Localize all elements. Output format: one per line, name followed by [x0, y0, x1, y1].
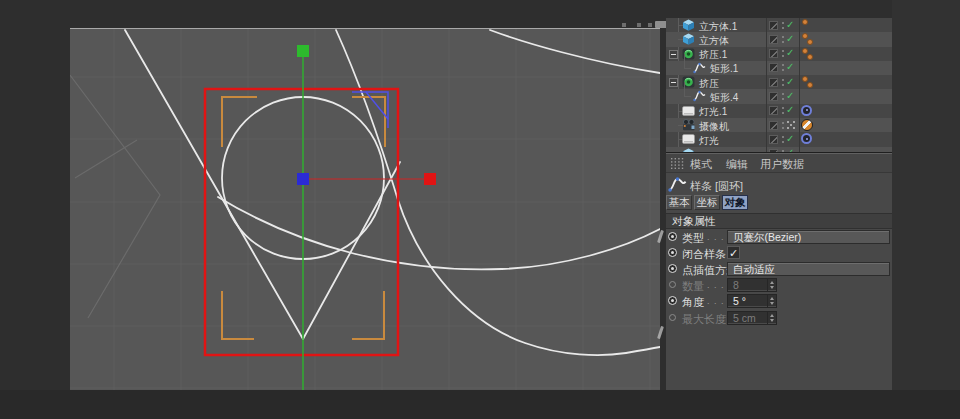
visibility-dot-gray[interactable] — [782, 107, 784, 109]
render-visibility-dot[interactable] — [807, 82, 813, 88]
center-handle[interactable] — [297, 173, 309, 185]
tab-坐标[interactable]: 坐标 — [694, 195, 720, 210]
visibility-dot-gray[interactable] — [782, 22, 784, 24]
visibility-dot-gray[interactable] — [782, 36, 784, 38]
object-row-灯光.1[interactable]: 灯光.1✓ — [666, 104, 892, 118]
light-target-icon[interactable] — [801, 105, 812, 116]
viewport-option-icon[interactable] — [622, 23, 626, 27]
3d-viewport[interactable] — [70, 29, 660, 390]
layer-color-box[interactable] — [769, 63, 778, 72]
enable-check[interactable]: ✓ — [786, 47, 798, 58]
visibility-dot-gray[interactable] — [782, 69, 784, 71]
property-label: 最大长度 — [682, 312, 726, 327]
enable-check[interactable]: ✓ — [786, 76, 798, 87]
visibility-dot-gray[interactable] — [782, 84, 784, 86]
visibility-dot-gray[interactable] — [782, 93, 784, 95]
checkbox-闭合样条[interactable]: ✓ — [727, 246, 740, 259]
light-icon — [682, 105, 695, 117]
editor-visibility-dot[interactable] — [802, 33, 808, 39]
editor-visibility-dot[interactable] — [802, 48, 808, 54]
object-row-立方体[interactable]: 立方体✓ — [666, 32, 892, 46]
viewport-option-icon[interactable] — [637, 23, 641, 27]
visibility-dot-gray[interactable] — [782, 64, 784, 66]
render-visibility-dot[interactable] — [807, 54, 813, 60]
number-field-最大长度[interactable]: 5 cm — [727, 311, 777, 325]
dropdown-类型[interactable]: 贝塞尔(Bezier) — [727, 230, 890, 244]
keyframe-circle[interactable] — [668, 264, 677, 273]
visibility-dot-gray[interactable] — [782, 136, 784, 138]
visibility-dot-gray[interactable] — [782, 122, 784, 124]
keyframe-circle[interactable] — [669, 281, 676, 288]
object-row-立方体.1[interactable]: 立方体.1✓ — [666, 18, 892, 32]
x-axis-handle[interactable] — [424, 173, 436, 185]
spline-icon — [693, 62, 706, 74]
tree-branch-tick — [684, 96, 691, 97]
layer-color-box[interactable] — [769, 135, 778, 144]
layer-color-box[interactable] — [769, 49, 778, 58]
cinema4d-window: 立方体.1✓立方体✓挤压.1✓矩形.1✓挤压✓矩形.4✓灯光.1✓摄像机灯光✓✓… — [0, 0, 960, 419]
menu-edit[interactable]: 编辑 — [726, 157, 748, 172]
visibility-dot-gray[interactable] — [782, 55, 784, 57]
object-row-矩形.4[interactable]: 矩形.4✓ — [666, 89, 892, 103]
editor-visibility-dot[interactable] — [802, 76, 808, 82]
layer-color-box[interactable] — [769, 121, 778, 130]
stepper-角度[interactable] — [767, 295, 776, 307]
object-row-摄像机[interactable]: 摄像机 — [666, 118, 892, 132]
dropdown-点插值方式[interactable]: 自动适应 — [727, 262, 890, 276]
camera-icon — [682, 119, 695, 131]
stepper-数量[interactable] — [767, 279, 776, 291]
property-row-角度: 角度. . . . .5 ° — [666, 293, 892, 309]
editor-visibility-dot[interactable] — [802, 19, 808, 25]
enable-check[interactable]: ✓ — [786, 133, 798, 144]
layer-color-box[interactable] — [769, 35, 778, 44]
viewport-option-icon[interactable] — [648, 23, 652, 27]
visibility-dot-gray[interactable] — [782, 98, 784, 100]
visibility-dot-gray[interactable] — [782, 79, 784, 81]
render-visibility-dot[interactable] — [807, 39, 813, 45]
light-target-icon[interactable] — [801, 133, 812, 144]
keyframe-circle[interactable] — [668, 248, 677, 257]
visibility-dot-gray[interactable] — [782, 50, 784, 52]
y-axis-handle[interactable] — [297, 45, 309, 57]
camera-disabled-icon[interactable] — [801, 119, 813, 131]
visibility-dot-gray[interactable] — [782, 41, 784, 43]
enable-check[interactable]: ✓ — [786, 19, 798, 30]
number-field-角度[interactable]: 5 ° — [727, 294, 777, 308]
object-row-矩形.1[interactable]: 矩形.1✓ — [666, 61, 892, 75]
enable-check[interactable]: ✓ — [786, 61, 798, 72]
layer-color-box[interactable] — [769, 21, 778, 30]
sweep-curve-mid — [218, 197, 660, 269]
keyframe-circle[interactable] — [668, 232, 677, 241]
attribute-object-label: 样条 [圆环] — [690, 179, 743, 194]
spline-object-icon — [668, 176, 687, 193]
section-header: 对象属性 — [666, 213, 892, 229]
property-row-类型: 类型. . . . .贝塞尔(Bezier) — [666, 229, 892, 245]
property-label: 闭合样条 — [682, 247, 726, 262]
stepper-最大长度[interactable] — [767, 312, 776, 324]
object-row-挤压.1[interactable]: 挤压.1✓ — [666, 47, 892, 61]
layer-color-box[interactable] — [769, 92, 778, 101]
object-row-灯光[interactable]: 灯光✓ — [666, 132, 892, 146]
keyframe-circle[interactable] — [668, 296, 677, 305]
tab-对象[interactable]: 对象 — [722, 195, 748, 210]
layer-color-box[interactable] — [769, 106, 778, 115]
light-icon — [682, 133, 695, 145]
enable-check[interactable]: ✓ — [786, 33, 798, 44]
keyframe-circle[interactable] — [669, 314, 676, 321]
collapse-toggle[interactable] — [669, 78, 678, 87]
tab-基本[interactable]: 基本 — [666, 195, 692, 210]
enable-check[interactable]: ✓ — [786, 104, 798, 115]
layer-color-box[interactable] — [769, 78, 778, 87]
number-field-数量[interactable]: 8 — [727, 278, 777, 292]
collapse-toggle[interactable] — [669, 50, 678, 59]
background-right — [892, 0, 960, 390]
property-row-数量: 数量. . . . .8 — [666, 277, 892, 293]
menu-mode[interactable]: 模式 — [690, 157, 712, 172]
visibility-dot-gray[interactable] — [782, 127, 784, 129]
object-row-挤压[interactable]: 挤压✓ — [666, 75, 892, 89]
visibility-dot-gray[interactable] — [782, 27, 784, 29]
visibility-dot-gray[interactable] — [782, 141, 784, 143]
visibility-dot-gray[interactable] — [782, 112, 784, 114]
menu-userdata[interactable]: 用户数据 — [760, 157, 804, 172]
enable-check[interactable]: ✓ — [786, 90, 798, 101]
